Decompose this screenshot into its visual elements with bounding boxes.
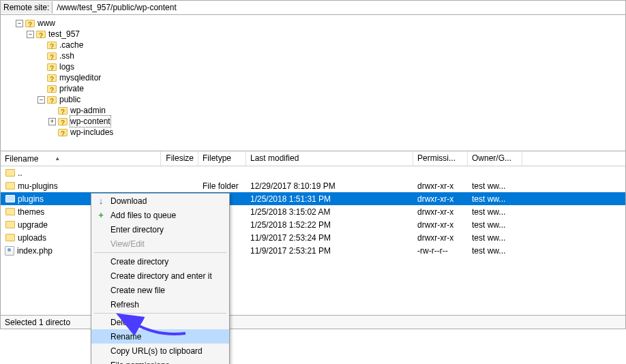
folder-icon <box>46 40 57 50</box>
table-row[interactable]: .. <box>1 166 625 179</box>
col-permissions[interactable]: Permissi... <box>413 151 468 166</box>
folder-icon <box>5 194 16 204</box>
file-owner: test ww... <box>468 219 522 231</box>
file-type <box>198 172 246 175</box>
file-name: .. <box>18 168 23 178</box>
file-name: mu-plugins <box>18 181 58 191</box>
download-icon: ↓ <box>95 196 106 207</box>
ctx-enter-directory[interactable]: Enter directory <box>91 222 229 237</box>
ctx-create-directory-enter[interactable]: Create directory and enter it <box>91 269 229 283</box>
ctx-copy-url[interactable]: Copy URL(s) to clipboard <box>91 344 229 358</box>
tree-item-label: www <box>38 18 55 29</box>
file-owner: test ww... <box>468 180 522 192</box>
tree-item[interactable]: −public <box>5 94 621 105</box>
tree-item[interactable]: wp-includes <box>5 127 621 138</box>
ctx-rename[interactable]: Rename <box>91 329 229 344</box>
file-owner: test ww... <box>468 206 522 218</box>
tree-item-label: wp-includes <box>70 127 113 138</box>
folder-icon <box>46 73 57 82</box>
tree-expand-icon[interactable]: − <box>38 96 45 104</box>
add-icon: + <box>95 210 106 221</box>
file-name: upgrade <box>18 220 48 230</box>
col-filename[interactable]: Filename▲ <box>1 151 161 166</box>
tree-item-label: wp-content <box>70 116 110 127</box>
folder-icon <box>57 106 68 115</box>
ctx-view-edit: View/Edit <box>91 237 229 251</box>
folder-icon <box>46 95 57 104</box>
folder-icon <box>5 233 16 243</box>
file-list-header[interactable]: Filename▲ Filesize Filetype Last modifie… <box>1 151 625 166</box>
ctx-add-to-queue[interactable]: +Add files to queue <box>91 208 229 222</box>
ctx-download[interactable]: ↓Download <box>91 194 229 208</box>
file-size <box>161 185 198 187</box>
ctx-delete[interactable]: Delete <box>91 315 229 329</box>
tree-item[interactable]: logs <box>5 61 621 72</box>
tree-item-label: logs <box>59 61 74 72</box>
folder-icon <box>25 18 35 28</box>
file-owner: test ww... <box>468 232 522 244</box>
tree-item-label: wp-admin <box>70 105 106 116</box>
file-owner <box>468 172 522 175</box>
remote-site-label: Remote site: <box>1 1 53 14</box>
tree-item-label: public <box>59 94 80 105</box>
folder-icon <box>57 117 68 126</box>
tree-item-label: .cache <box>59 40 83 50</box>
file-permissions: -rw-r--r-- <box>413 245 468 257</box>
file-permissions: drwxr-xr-x <box>413 206 468 218</box>
ctx-file-permissions[interactable]: File permissions... <box>91 358 229 364</box>
folder-icon <box>5 168 16 178</box>
folder-icon <box>35 29 46 39</box>
tree-item[interactable]: .cache <box>5 40 621 50</box>
directory-tree[interactable]: −www−test_957.cache.sshlogsmysqleditorpr… <box>0 15 626 151</box>
tree-item[interactable]: mysqleditor <box>5 72 621 83</box>
ctx-refresh[interactable]: Refresh <box>91 297 229 312</box>
file-name: themes <box>18 207 44 217</box>
tree-item[interactable]: .ssh <box>5 50 621 61</box>
folder-icon <box>5 181 16 191</box>
file-size <box>161 172 198 175</box>
remote-site-path[interactable]: /www/test_957/public/wp-content <box>53 1 625 14</box>
folder-icon <box>46 62 57 72</box>
col-owner[interactable]: Owner/G... <box>468 151 522 166</box>
ctx-create-new-file[interactable]: Create new file <box>91 283 229 297</box>
file-owner: test ww... <box>468 245 522 257</box>
tree-item[interactable]: −test_957 <box>5 29 621 40</box>
file-name: plugins <box>18 194 44 204</box>
col-filesize[interactable]: Filesize <box>161 151 198 166</box>
tree-expand-icon[interactable]: − <box>27 31 34 38</box>
file-type: File folder <box>198 180 246 192</box>
file-modified: 1/25/2018 1:52:22 PM <box>246 219 413 231</box>
file-modified: 1/25/2018 1:51:31 PM <box>246 193 413 205</box>
tree-item[interactable]: +wp-content <box>5 116 621 127</box>
folder-icon <box>5 207 16 217</box>
file-name: uploads <box>18 233 46 243</box>
tree-item-label: private <box>59 83 84 94</box>
file-modified: 1/25/2018 3:15:02 AM <box>246 206 413 218</box>
col-filetype[interactable]: Filetype <box>198 151 246 166</box>
file-name: index.php <box>17 246 53 256</box>
sort-asc-icon: ▲ <box>55 155 60 162</box>
file-permissions <box>413 172 468 175</box>
folder-icon <box>5 220 16 230</box>
folder-icon <box>57 127 68 137</box>
folder-icon <box>46 84 57 93</box>
tree-item-label: .ssh <box>59 50 74 61</box>
ctx-create-directory[interactable]: Create directory <box>91 254 229 269</box>
file-modified <box>246 172 413 175</box>
file-permissions: drwxr-xr-x <box>413 219 468 231</box>
tree-item[interactable]: −www <box>5 18 621 29</box>
tree-item[interactable]: private <box>5 83 621 94</box>
file-permissions: drwxr-xr-x <box>413 232 468 244</box>
file-modified: 11/9/2017 2:53:24 PM <box>246 232 413 244</box>
tree-expand-icon[interactable]: + <box>48 118 56 125</box>
tree-expand-icon[interactable]: − <box>16 20 23 27</box>
ctx-separator <box>94 313 226 314</box>
col-lastmodified[interactable]: Last modified <box>246 151 413 166</box>
tree-item[interactable]: wp-admin <box>5 105 621 116</box>
remote-site-bar: Remote site: /www/test_957/public/wp-con… <box>0 0 626 15</box>
context-menu: ↓Download +Add files to queue Enter dire… <box>91 193 230 364</box>
table-row[interactable]: mu-pluginsFile folder12/29/2017 8:10:19 … <box>1 179 625 192</box>
tree-item-label: mysqleditor <box>59 72 101 83</box>
tree-item-label: test_957 <box>48 29 80 40</box>
file-owner: test ww... <box>468 193 522 205</box>
